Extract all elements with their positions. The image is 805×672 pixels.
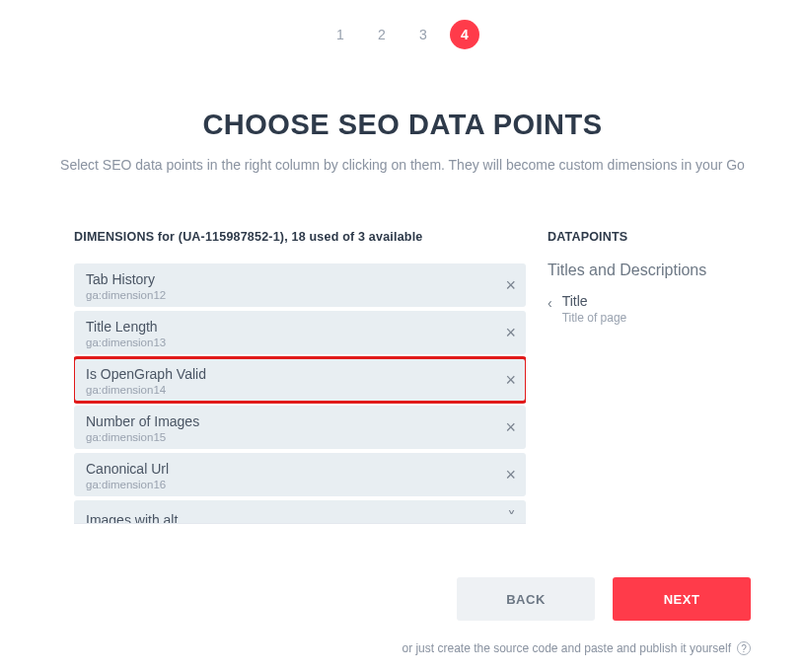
remove-icon[interactable]: × [505,324,516,341]
dimension-item[interactable]: Number of Images ga:dimension15 × [74,406,526,449]
bottom-hint: or just create the source code and paste… [402,641,751,655]
page-title: CHOOSE SEO DATA POINTS [0,109,805,141]
dimension-sublabel: ga:dimension16 [86,479,514,490]
dimension-sublabel: ga:dimension14 [86,384,514,396]
dimensions-column-title: DIMENSIONS for (UA-115987852-1), 18 used… [74,230,526,244]
next-button[interactable]: NEXT [613,577,751,621]
datapoints-column-title: DATAPOINTS [548,230,805,244]
dimension-sublabel: ga:dimension13 [86,336,514,348]
help-icon[interactable]: ? [737,641,751,655]
dimension-sublabel: ga:dimension12 [86,289,514,301]
back-button[interactable]: BACK [457,577,595,621]
datapoint-item[interactable]: ‹ Title Title of page [548,293,805,325]
datapoints-group-title: Titles and Descriptions [548,261,805,279]
bottom-hint-text[interactable]: or just create the source code and paste… [402,641,731,655]
dimension-label: Images with alt [86,512,514,524]
datapoint-label: Title [562,293,627,309]
dimension-item[interactable]: Title Length ga:dimension13 × [74,311,526,354]
dimension-label: Title Length [86,319,514,335]
step-2[interactable]: 2 [367,20,397,49]
dimension-item-highlighted[interactable]: Is OpenGraph Valid ga:dimension14 × [74,358,526,402]
dimension-label: Tab History [86,271,514,287]
remove-icon[interactable]: × [505,466,516,484]
dimension-label: Canonical Url [86,461,514,477]
chevron-down-icon[interactable]: ˅ [507,509,516,524]
dimension-sublabel: ga:dimension15 [86,431,514,443]
dimension-label: Number of Images [86,413,514,429]
remove-icon[interactable]: × [505,371,516,389]
page-subtitle: Select SEO data points in the right colu… [0,157,805,173]
step-1[interactable]: 1 [326,20,355,49]
remove-icon[interactable]: × [505,276,516,294]
chevron-left-icon: ‹ [548,295,552,311]
dimension-label: Is OpenGraph Valid [86,366,514,382]
dimension-item[interactable]: Tab History ga:dimension12 × [74,263,526,307]
wizard-stepper: 1 2 3 4 [0,20,805,49]
dimension-item[interactable]: Canonical Url ga:dimension16 × [74,453,526,496]
dimensions-list[interactable]: ga:dimension11 × Tab History ga:dimensio… [74,261,526,524]
dimension-item[interactable]: Images with alt ˅ [74,500,526,524]
remove-icon[interactable]: × [505,418,516,436]
step-4[interactable]: 4 [450,20,479,49]
step-3[interactable]: 3 [408,20,438,49]
datapoint-sublabel: Title of page [562,311,627,325]
